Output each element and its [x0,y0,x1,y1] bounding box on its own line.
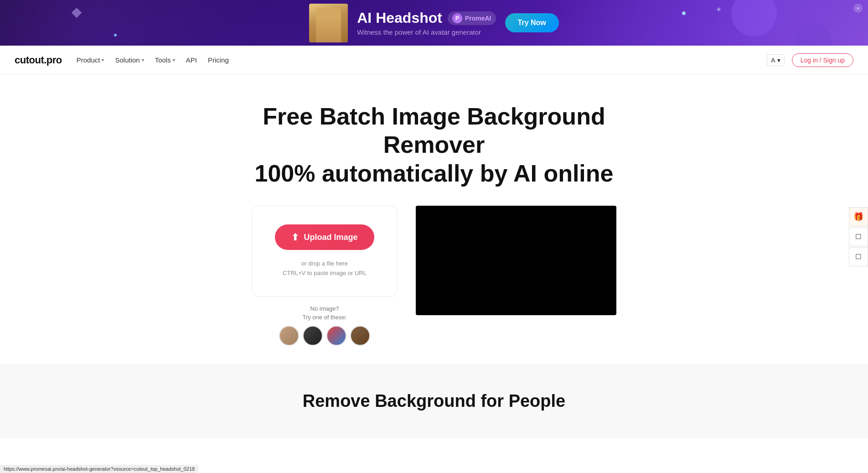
hero-title: Free Batch Image Background Remover 100%… [229,102,639,187]
ad-try-button[interactable]: Try Now [505,13,559,32]
nav-item-pricing[interactable]: Pricing [208,56,229,64]
ad-title: AI Headshot [357,10,442,26]
navbar: cutout.pro Product ▾ Solution ▾ Tools ▾ … [0,46,868,75]
video-preview [416,206,616,315]
ad-subtitle: Witness the power of AI avatar generator [357,28,496,36]
tools-chevron-icon: ▾ [173,57,175,62]
bottom-title: Remove Background for People [303,391,565,411]
nav-menu: Product ▾ Solution ▾ Tools ▾ API Pricing [77,56,229,64]
brand-name: PromeAI [465,15,491,22]
login-button[interactable]: Log in / Sign up [792,53,853,67]
hero-content: ⬆ Upload Image or drop a file here CTRL+… [160,206,708,346]
sample-thumb-2[interactable] [303,326,323,346]
nav-item-product[interactable]: Product ▾ [77,56,104,64]
solution-chevron-icon: ▾ [142,57,144,62]
hero-section: Free Batch Image Background Remover 100%… [0,75,868,364]
lang-chevron-icon: ▾ [777,57,780,64]
float-button-1[interactable]: □ [849,227,868,246]
nav-item-tools[interactable]: Tools ▾ [155,56,175,64]
ad-brand: P PromeAI [448,11,496,25]
site-logo[interactable]: cutout.pro [15,54,62,66]
upload-button[interactable]: ⬆ Upload Image [275,224,374,250]
nav-item-api[interactable]: API [186,56,197,64]
gift-float-button[interactable]: 🎁 [849,207,868,226]
sample-label: No image? Try one of these: [302,304,346,322]
lang-icon: A [771,57,775,64]
upload-icon: ⬆ [291,232,299,243]
float-sidebar: 🎁 □ □ [849,207,868,266]
sample-thumb-1[interactable] [279,326,299,346]
product-chevron-icon: ▾ [102,57,104,62]
sample-images: No image? Try one of these: [279,304,370,346]
sample-thumb-3[interactable] [326,326,346,346]
ad-close-button[interactable]: × [853,4,863,13]
nav-item-solution[interactable]: Solution ▾ [115,56,144,64]
upload-card: ⬆ Upload Image or drop a file here CTRL+… [252,206,397,297]
sample-thumbs [279,326,370,346]
language-selector[interactable]: A ▾ [767,54,784,66]
ad-banner: ✦ AI Headshot P PromeAI Witness the powe… [0,0,868,46]
brand-icon: P [452,13,462,23]
upload-hint: or drop a file here CTRL+V to paste imag… [283,259,367,278]
bottom-section: Remove Background for People [0,364,868,438]
sample-thumb-4[interactable] [350,326,370,346]
ad-image [309,4,348,42]
float-button-2[interactable]: □ [849,247,868,266]
